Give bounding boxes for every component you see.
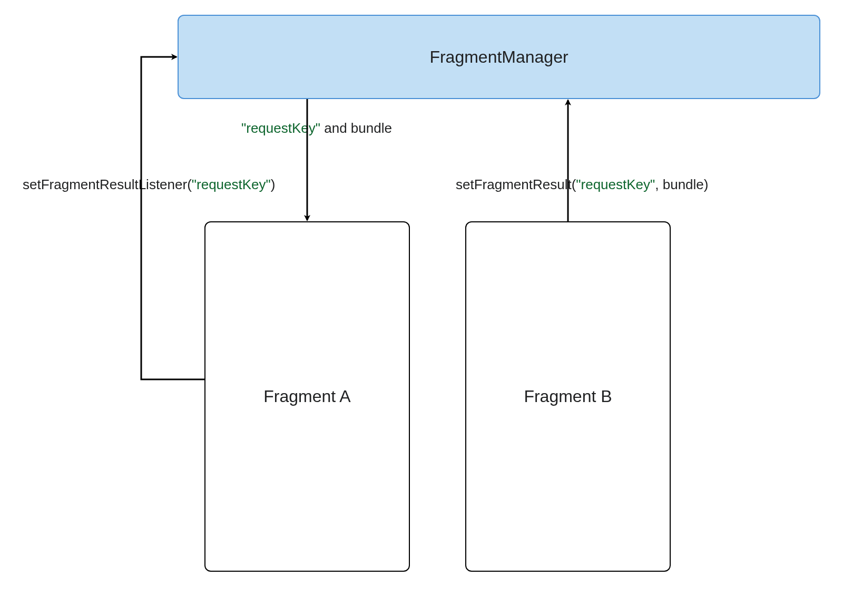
listener-call-label: setFragmentResultListener("requestKey") — [23, 177, 275, 193]
listener-key-text: "requestKey" — [192, 177, 271, 192]
center-post-text: and bundle — [320, 120, 392, 136]
result-key-text: "requestKey" — [576, 177, 655, 192]
fragment-a-box: Fragment A — [204, 221, 410, 572]
result-call-label: setFragmentResult("requestKey", bundle) — [456, 177, 708, 193]
listener-post-text: ) — [271, 177, 276, 192]
fragment-manager-label: FragmentManager — [429, 47, 568, 67]
center-key-text: "requestKey" — [241, 120, 320, 136]
result-post-text: , bundle) — [655, 177, 708, 192]
fragment-manager-box: FragmentManager — [178, 15, 820, 99]
fragment-a-label: Fragment A — [263, 387, 350, 406]
fragment-b-label: Fragment B — [524, 387, 612, 406]
diagram-canvas: FragmentManager Fragment A Fragment B se… — [0, 0, 843, 616]
center-payload-label: "requestKey" and bundle — [241, 120, 392, 136]
listener-pre-text: setFragmentResultListener( — [23, 177, 192, 192]
result-pre-text: setFragmentResult( — [456, 177, 576, 192]
arrow-listener — [141, 57, 204, 379]
fragment-b-box: Fragment B — [465, 221, 671, 572]
